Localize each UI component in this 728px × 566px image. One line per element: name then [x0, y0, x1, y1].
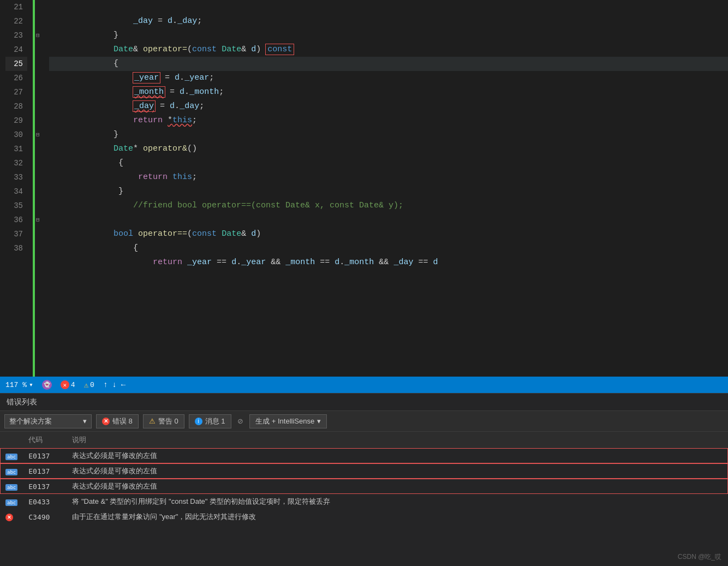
row-code-3: E0433: [23, 494, 67, 509]
abc-icon: abc: [5, 469, 17, 475]
csdn-watermark: CSDN @吃_哎: [678, 552, 721, 562]
line-num-35: 35: [5, 199, 27, 213]
error-table-body: abcE0137表达式必须是可修改的左值abcE0137表达式必须是可修改的左值…: [0, 448, 728, 525]
arrow-left-button[interactable]: ←: [121, 380, 126, 389]
line-num-28: 28: [5, 99, 27, 114]
code-line-34[interactable]: //friend bool operator==(const Date& x, …: [49, 184, 728, 199]
row-icon-3: abc: [0, 494, 23, 509]
fold-34: [36, 184, 47, 199]
error-row-1[interactable]: abcE0137表达式必须是可修改的左值: [0, 463, 728, 479]
row-desc-3: 将 "Date &" 类型的引用绑定到 "const Date" 类型的初始值设…: [67, 494, 728, 509]
err-dot-icon: ✕: [5, 514, 13, 521]
error-table: 代码 说明 abcE0137表达式必须是可修改的左值abcE0137表达式必须是…: [0, 432, 728, 525]
row-desc-2: 表达式必须是可修改的左值: [67, 479, 728, 494]
arrow-up-button[interactable]: ↑: [103, 380, 108, 389]
error-filter-icon: ✕: [102, 418, 110, 425]
fold-36[interactable]: ⊟: [36, 213, 47, 227]
messages-filter-label: 消息 1: [205, 416, 225, 426]
code-line-36[interactable]: bool operator==(const Date& d): [49, 213, 728, 227]
table-header-row: 代码 说明: [0, 432, 728, 448]
line-num-33: 33: [5, 170, 27, 184]
info-filter-icon: i: [195, 418, 202, 425]
zoom-dropdown-icon[interactable]: ▾: [29, 380, 33, 389]
error-row-4[interactable]: ✕C3490由于正在通过常量对象访问 "year"，因此无法对其进行修改: [0, 509, 728, 525]
fold-33: [36, 170, 47, 184]
fold-35: [36, 199, 47, 213]
row-desc-0: 表达式必须是可修改的左值: [67, 448, 728, 463]
line-num-23: 23: [5, 28, 27, 43]
code-line-23[interactable]: Date& operator=(const Date& d) const: [49, 28, 728, 43]
row-icon-0: abc: [0, 448, 23, 463]
line-num-37: 37: [5, 227, 27, 241]
panel-toolbar: 整个解决方案 ▾ ✕ 错误 8 ⚠ 警告 0 i 消息 1 ⊘ 生成 + Int…: [0, 411, 728, 432]
navigation-arrows: ↑ ↓ ←: [103, 380, 126, 389]
row-icon-4: ✕: [0, 509, 23, 525]
zoom-value: 117 %: [5, 381, 27, 389]
line-num-31: 31: [5, 142, 27, 156]
line-num-25: 25: [5, 57, 27, 71]
fold-26: [36, 71, 47, 85]
fold-38: [36, 241, 47, 255]
row-code-4: C3490: [23, 509, 67, 525]
scope-dropdown[interactable]: 整个解决方案 ▾: [4, 414, 92, 428]
line-num-34: 34: [5, 184, 27, 199]
fold-30[interactable]: ⊟: [36, 128, 47, 142]
modified-indicator: [33, 0, 35, 377]
error-row-2[interactable]: abcE0137表达式必须是可修改的左值: [0, 479, 728, 494]
gutter: ⊟ ⊟ ⊟: [33, 0, 49, 377]
code-line-21[interactable]: _day = d._day;: [49, 0, 728, 14]
error-row-3[interactable]: abcE0433将 "Date &" 类型的引用绑定到 "const Date"…: [0, 494, 728, 509]
line-num-24: 24: [5, 43, 27, 57]
warnings-filter-button[interactable]: ⚠ 警告 0: [143, 414, 184, 428]
error-panel: 错误列表 整个解决方案 ▾ ✕ 错误 8 ⚠ 警告 0 i 消息 1 ⊘ 生成 …: [0, 393, 728, 566]
line-num-22: 22: [5, 14, 27, 28]
errors-filter-button[interactable]: ✕ 错误 8: [96, 414, 139, 428]
abc-icon: abc: [5, 454, 17, 460]
code-line-25[interactable]: _year = d._year;: [49, 57, 728, 71]
error-circle-icon: ✕: [61, 380, 69, 389]
fold-22: [36, 14, 47, 28]
line-num-30: 30: [5, 128, 27, 142]
row-icon-2: abc: [0, 479, 23, 494]
code-line-32[interactable]: return this;: [49, 156, 728, 170]
fold-31: [36, 142, 47, 156]
line-num-36: 36: [5, 213, 27, 227]
messages-filter-button[interactable]: i 消息 1: [189, 414, 231, 428]
line-num-27: 27: [5, 85, 27, 99]
warnings-filter-label: 警告 0: [158, 416, 178, 426]
scope-dropdown-arrow: ▾: [83, 417, 87, 425]
arrow-down-button[interactable]: ↓: [112, 380, 116, 389]
col-icon-header: [0, 432, 23, 448]
error-count: ✕ 4: [61, 380, 75, 389]
row-desc-4: 由于正在通过常量对象访问 "year"，因此无法对其进行修改: [67, 509, 728, 525]
code-content: _day = d._day; } Date& operator=(const D…: [49, 0, 728, 377]
code-line-38[interactable]: return _year == d._year && _month == d._…: [49, 241, 728, 255]
fold-27: [36, 85, 47, 99]
generate-button[interactable]: 生成 + IntelliSense ▾: [249, 414, 327, 428]
fold-24: [36, 43, 47, 57]
code-line-30[interactable]: Date* operator&(): [49, 128, 728, 142]
status-bar: 117 % ▾ 👻 ✕ 4 ⚠ 0 ↑ ↓ ←: [0, 377, 728, 393]
editor-area: 21 22 23 24 25 26 27 28 29 30 31 32 33 3…: [0, 0, 728, 377]
line-num-29: 29: [5, 114, 27, 128]
abc-icon: abc: [5, 484, 17, 491]
panel-title: 错误列表: [7, 397, 37, 407]
error-number: 4: [71, 381, 75, 389]
warning-number: 0: [90, 381, 94, 389]
zoom-indicator: 117 % ▾: [5, 380, 33, 389]
error-row-0[interactable]: abcE0137表达式必须是可修改的左值: [0, 448, 728, 463]
line-num-21: 21: [5, 0, 27, 14]
row-code-0: E0137: [23, 448, 67, 463]
errors-filter-label: 错误 8: [112, 416, 133, 426]
fold-23[interactable]: ⊟: [36, 28, 47, 43]
scope-label: 整个解决方案: [9, 416, 52, 426]
row-code-2: E0137: [23, 479, 67, 494]
abc-icon: abc: [5, 499, 17, 506]
fold-32: [36, 156, 47, 170]
line-num-26: 26: [5, 71, 27, 85]
row-desc-1: 表达式必须是可修改的左值: [67, 463, 728, 479]
row-code-1: E0137: [23, 463, 67, 479]
row-icon-1: abc: [0, 463, 23, 479]
fold-21: [36, 0, 47, 14]
col-desc-header: 说明: [67, 432, 728, 448]
